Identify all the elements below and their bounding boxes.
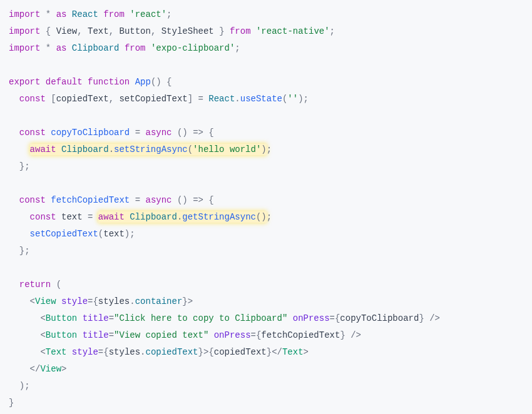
semi: ; [304,94,309,104]
slash-gt: /> [350,330,361,340]
lt: </ [30,364,41,374]
ident: styles [109,347,140,357]
gt: > [304,347,309,357]
ident-clipboard: Clipboard [61,144,109,154]
eq: = [109,330,114,340]
paren: () [177,195,188,205]
fn-app: App [135,77,151,87]
lt: < [40,330,45,340]
semi: ; [166,9,171,19]
highlight-setstringasync: await Clipboard.setStringAsync('hello wo… [30,144,267,155]
ident: copiedText [56,94,109,104]
comma: , [151,26,156,36]
paren: () [177,128,188,138]
brace: { [166,77,171,87]
highlight-getstringasync: await Clipboard.getStringAsync() [98,211,267,223]
eq: = [330,313,335,323]
brace: } [19,246,24,256]
bracket: [ [51,94,56,104]
str: 'react-native' [256,26,330,36]
kw-import: import [9,43,40,53]
bracket: ] [188,94,193,104]
kw-const: const [19,195,46,205]
lt: < [40,313,45,323]
brace: } [219,26,224,36]
brace: { [93,296,98,306]
comma: , [77,26,82,36]
jsx-attr-style: style [72,347,98,357]
lt: </ [272,347,282,357]
brace: { [103,347,108,357]
brace: } [267,347,272,357]
arrow: => [193,195,203,205]
fn-usestate: useState [240,94,282,104]
jsx-text: Text [46,347,67,357]
str: "Click here to copy to Clipboard" [114,313,287,323]
brace: } [19,161,24,171]
jsx-view: View [35,296,56,306]
paren: () [151,77,161,87]
kw-default: default [46,77,83,87]
paren: ) [125,229,130,239]
op: * [46,43,51,53]
jsx-attr-onpress: onPress [293,313,330,323]
dot: . [130,296,135,306]
jsx-text: Text [282,347,304,357]
fn-setcopiedtext: setCopiedText [30,229,98,239]
brace: } [9,398,14,408]
jsx-button: Button [46,313,77,323]
str: 'expo-clipboard' [151,43,235,53]
kw-function: function [88,77,130,87]
kw-const: const [19,94,46,104]
ident: Text [88,26,109,36]
kw-const: const [19,128,46,138]
kw-from: from [103,9,125,19]
eq: = [251,330,256,340]
code-block: import * as React from 'react'; import {… [9,6,523,411]
eq: = [109,313,114,323]
fn-setstringasync: setStringAsync [114,144,188,154]
fn-getstringasync: getStringAsync [182,212,256,222]
semi: ; [130,229,135,239]
ident: Button [119,26,150,36]
kw-import: import [9,26,40,36]
kw-from: from [125,43,146,53]
eq: = [135,128,140,138]
kw-await: await [98,212,125,222]
paren: ) [19,381,24,391]
prop: container [135,296,183,306]
paren: ) [261,144,266,154]
kw-async: async [145,195,171,205]
ident-react: React [208,94,235,104]
dot: . [109,144,114,154]
kw-async: async [145,128,171,138]
brace: } [182,296,187,306]
brace: { [208,347,213,357]
brace: } [419,313,424,323]
ident: text [61,212,83,222]
str: 'react' [130,9,166,19]
op: * [46,9,51,19]
brace: } [198,347,203,357]
ident: fetchCopiedText [261,330,340,340]
jsx-attr-title: title [83,313,109,323]
kw-return: return [19,280,51,290]
gt: > [61,364,66,374]
semi: ; [24,246,29,256]
ident: View [56,26,78,36]
ident: setCopiedText [119,94,187,104]
brace: } [340,330,345,340]
jsx-view: View [40,364,61,374]
gt: > [188,296,193,306]
kw-as: as [56,43,67,53]
paren: () [256,212,267,222]
kw-export: export [9,77,40,87]
semi: ; [235,43,240,53]
jsx-attr-style: style [61,296,88,306]
brace: { [46,26,51,36]
kw-await: await [30,144,56,154]
ident: copyToClipboard [340,313,419,323]
eq: = [98,347,103,357]
jsx-button: Button [46,330,77,340]
str: '' [287,94,298,104]
